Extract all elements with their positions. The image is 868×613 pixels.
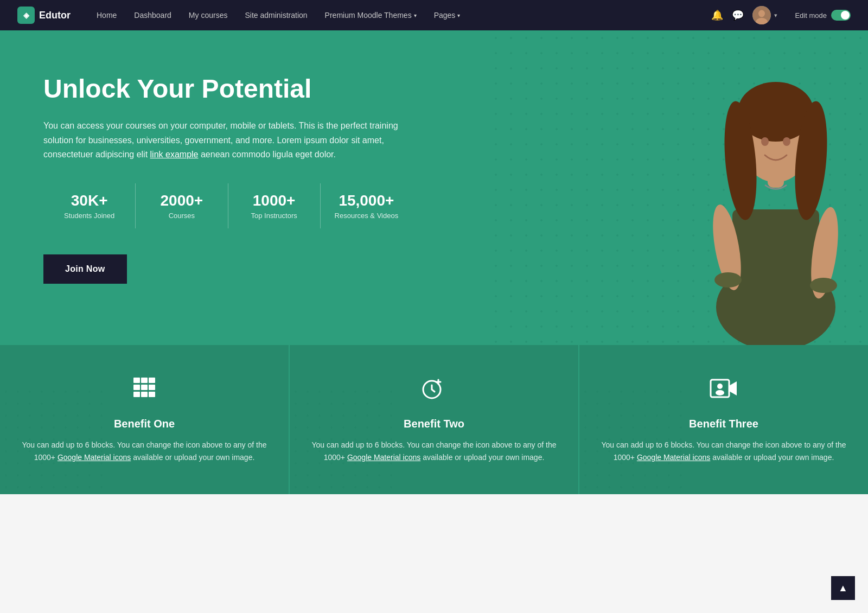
svg-point-15 (810, 278, 837, 293)
nav-dashboard[interactable]: Dashboard (125, 0, 180, 30)
stat-courses: 2000+ Courses (136, 183, 228, 228)
svg-rect-16 (133, 378, 140, 383)
nav-premium-themes[interactable]: Premium Moodle Themes▾ (316, 0, 425, 30)
card-dots-1 (0, 386, 108, 494)
svg-rect-4 (732, 209, 819, 318)
hero-link[interactable]: link example (150, 150, 199, 159)
brand-name: Edutor (39, 10, 71, 21)
person-illustration (689, 41, 863, 345)
avatar (752, 6, 771, 24)
hero-image (684, 30, 868, 345)
svg-rect-24 (149, 392, 155, 397)
stat-courses-label: Courses (140, 212, 223, 220)
hero-desc-text2: aenean commodo ligula eget dolor. (199, 150, 336, 159)
svg-point-1 (758, 10, 765, 17)
toggle-switch[interactable] (831, 10, 851, 21)
benefit-card-2: Benefit Two You can add up to 6 blocks. … (290, 345, 578, 494)
hero-description: You can access your courses on your comp… (43, 119, 412, 162)
card-dots-2 (290, 386, 398, 494)
stat-students-number: 30K+ (48, 192, 131, 209)
stat-resources: 15,000+ Resources & Videos (321, 183, 412, 228)
hero-content: Unlock Your Potential You can access you… (43, 63, 467, 284)
edit-mode-toggle[interactable]: Edit mode (795, 10, 851, 21)
stat-courses-number: 2000+ (140, 192, 223, 209)
notification-icon[interactable]: 🔔 (711, 9, 723, 21)
stat-instructors-number: 1000+ (233, 192, 316, 209)
hero-section: Unlock Your Potential You can access you… (0, 30, 868, 345)
avatar-wrap[interactable]: ▾ (752, 6, 777, 24)
nav-pages[interactable]: Pages▾ (425, 0, 469, 30)
svg-rect-19 (133, 385, 140, 390)
card-dots-3 (579, 386, 688, 494)
svg-rect-17 (141, 378, 148, 383)
benefit-card-1: Benefit One You can add up to 6 blocks. … (0, 345, 289, 494)
chat-icon[interactable]: 💬 (732, 9, 744, 21)
svg-rect-18 (149, 378, 155, 383)
svg-point-13 (783, 137, 790, 146)
stat-instructors: 1000+ Top Instructors (228, 183, 321, 228)
benefit-card-3: Benefit Three You can add up to 6 blocks… (579, 345, 868, 494)
nav-links: Home Dashboard My courses Site administr… (88, 0, 711, 30)
hero-stats: 30K+ Students Joined 2000+ Courses 1000+… (43, 183, 412, 228)
join-now-button[interactable]: Join Now (43, 254, 127, 284)
stat-students: 30K+ Students Joined (43, 183, 136, 228)
nav-home[interactable]: Home (88, 0, 125, 30)
svg-rect-20 (141, 385, 148, 390)
svg-point-27 (717, 384, 723, 389)
avatar-chevron: ▾ (774, 12, 777, 19)
edit-mode-label: Edit mode (795, 11, 827, 20)
svg-rect-22 (133, 392, 140, 397)
nav-right: 🔔 💬 ▾ Edit mode (711, 6, 851, 24)
stat-instructors-label: Top Instructors (233, 212, 316, 220)
stat-resources-label: Resources & Videos (325, 212, 408, 220)
brand-logo[interactable]: ◈ Edutor (17, 7, 71, 24)
svg-point-28 (716, 390, 724, 395)
svg-point-14 (714, 272, 742, 288)
nav-site-admin[interactable]: Site administration (236, 0, 316, 30)
svg-rect-23 (141, 392, 148, 397)
logo-icon: ◈ (17, 7, 35, 24)
svg-point-12 (761, 137, 769, 146)
stat-resources-number: 15,000+ (325, 192, 408, 209)
stat-students-label: Students Joined (48, 212, 131, 220)
navbar: ◈ Edutor Home Dashboard My courses Site … (0, 0, 868, 30)
hero-title: Unlock Your Potential (43, 74, 467, 104)
nav-my-courses[interactable]: My courses (180, 0, 237, 30)
benefits-section: Benefit One You can add up to 6 blocks. … (0, 345, 868, 494)
svg-rect-21 (149, 385, 155, 390)
